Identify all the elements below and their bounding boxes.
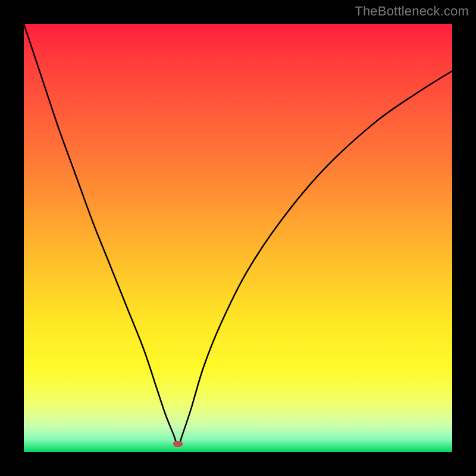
bottleneck-curve bbox=[24, 24, 452, 452]
chart-frame: TheBottleneck.com bbox=[0, 0, 476, 476]
plot-area bbox=[24, 24, 452, 452]
watermark-text: TheBottleneck.com bbox=[355, 4, 469, 19]
optimal-marker bbox=[173, 441, 183, 447]
curve-path bbox=[24, 24, 452, 446]
